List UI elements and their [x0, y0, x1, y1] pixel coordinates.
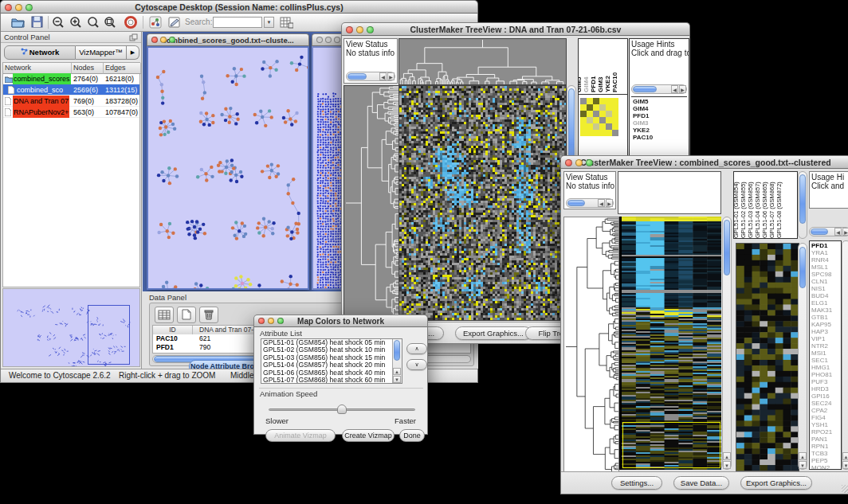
search-dropdown-icon[interactable]: ▼	[264, 17, 274, 28]
minimize-icon[interactable]	[325, 37, 332, 43]
column-header-network[interactable]: Network	[3, 63, 72, 74]
gene-label[interactable]: FIG4	[810, 414, 841, 421]
scroll-left-icon[interactable]: ◀	[671, 85, 678, 93]
minimize-icon[interactable]	[15, 4, 22, 11]
attribute-item[interactable]: GPL51-01 (GSM854) heat shock 05 min	[261, 339, 392, 346]
rotated-column-label[interactable]: GPL51-04 (GSM857)	[754, 182, 761, 238]
export-graphics-button[interactable]: Export Graphics...	[740, 476, 812, 490]
minimize-icon[interactable]	[268, 318, 274, 324]
move-up-button[interactable]: ∧	[406, 343, 427, 354]
gene-label[interactable]: SPC98	[810, 271, 841, 278]
gene-label[interactable]: MSL1	[810, 264, 841, 271]
network-table-row[interactable]: combined_scores2764(0)16218(0)	[3, 73, 139, 84]
rotated-column-label[interactable]: GPL51-01 (GSM854)	[733, 182, 740, 238]
gene-label[interactable]: MSI1	[810, 350, 841, 357]
export-graphics-button[interactable]: Export Graphics...	[455, 326, 532, 340]
gene-label[interactable]: PHO81	[810, 371, 841, 378]
heatmap-vscrollbar[interactable]: ▲ ▼	[722, 217, 732, 470]
gene-label[interactable]: HAP3	[810, 328, 841, 335]
gene-label[interactable]: GPI16	[810, 393, 841, 400]
gene-label[interactable]: NTR2	[810, 342, 841, 350]
gene-label[interactable]: PAN1	[810, 436, 841, 443]
zoom-window-icon[interactable]	[169, 37, 175, 43]
rotated-column-label[interactable]: GPL51-06 (GSM865)	[761, 182, 768, 238]
network-window-1[interactable]: combined_scores_good.txt--cluste...	[147, 33, 309, 290]
open-session-icon[interactable]	[11, 16, 25, 31]
gene-list-vscrollbar[interactable]: ▲ ▼	[842, 240, 848, 470]
minimize-icon[interactable]	[356, 26, 363, 33]
scroll-left-icon[interactable]: ◀	[598, 199, 605, 207]
gene-label[interactable]: HMG1	[810, 364, 841, 371]
rotated-column-label[interactable]: GPL51-03 (GSM856)	[747, 182, 754, 238]
rotated-column-label[interactable]: GIM4	[583, 76, 590, 92]
scrollbar-thumb[interactable]	[394, 340, 400, 361]
import-table-icon[interactable]	[280, 16, 293, 32]
gene-label[interactable]: BUD4	[810, 292, 841, 299]
gene-label[interactable]: MON2	[810, 464, 841, 470]
rotated-column-label[interactable]: GIM3	[597, 76, 604, 92]
scroll-right-icon[interactable]: ▶	[606, 199, 613, 207]
gene-label[interactable]: YSH1	[810, 421, 841, 428]
scroll-down-icon[interactable]: ▼	[799, 461, 807, 469]
close-icon[interactable]	[346, 26, 353, 33]
gene-label[interactable]: GIM5	[631, 98, 687, 105]
gene-label[interactable]: GTB1	[810, 314, 841, 321]
gene-label[interactable]: RNR4	[810, 256, 841, 264]
scroll-up-icon[interactable]: ▲	[393, 368, 401, 375]
gene-label[interactable]: TCB3	[810, 450, 841, 457]
column-header-nodes[interactable]: Nodes	[72, 63, 104, 74]
save-data-button[interactable]: Save Data...	[673, 476, 729, 490]
scroll-right-icon[interactable]: ▶	[842, 228, 848, 236]
scrollbar-thumb[interactable]	[347, 73, 367, 80]
slider-thumb[interactable]	[337, 404, 347, 414]
gene-label[interactable]: SEC24	[810, 400, 841, 407]
scroll-right-icon[interactable]: ▶	[679, 85, 686, 93]
animation-speed-slider[interactable]	[269, 404, 415, 414]
rotated-column-label[interactable]: GPL51-02 (GSM855)	[740, 182, 747, 238]
gene-label[interactable]: PAC10	[631, 134, 687, 141]
gene-label[interactable]: YRA1	[810, 249, 841, 256]
gene-label[interactable]: PFD1	[810, 242, 841, 249]
scroll-down-icon[interactable]: ▼	[842, 461, 848, 469]
column-dendrogram-canvas[interactable]	[398, 38, 567, 85]
close-icon[interactable]	[5, 4, 12, 11]
zoom-vscrollbar[interactable]: ▲ ▼	[798, 243, 807, 470]
attribute-list-vscrollbar[interactable]: ▲ ▼	[392, 339, 402, 383]
settings-button[interactable]: Settings...	[611, 476, 662, 490]
gene-label[interactable]: HRD3	[810, 385, 841, 393]
gene-label[interactable]: KAP95	[810, 321, 841, 328]
search-input[interactable]	[213, 17, 262, 28]
gene-label[interactable]: YKE2	[631, 127, 687, 134]
tab-overflow-button[interactable]: ▶	[127, 45, 139, 60]
network-window-1-titlebar[interactable]: combined_scores_good.txt--cluste...	[147, 33, 309, 46]
view-status-hscrollbar[interactable]: ◀ ▶	[566, 198, 614, 208]
scroll-up-icon[interactable]: ▲	[799, 452, 807, 460]
view-status-hscrollbar[interactable]: ◀ ▶	[346, 72, 395, 81]
gene-label[interactable]: MAK31	[810, 307, 841, 314]
column-header-edges[interactable]: Edges	[104, 63, 141, 74]
help-lifebuoy-icon[interactable]	[124, 16, 137, 32]
close-icon[interactable]	[316, 37, 323, 43]
gene-label[interactable]: PUF3	[810, 378, 841, 385]
rotated-column-label[interactable]: PFD1	[590, 76, 597, 92]
network-table-row[interactable]: RNAPuberNov2+563(0)107847(0)	[3, 107, 139, 118]
gene-label[interactable]: CLN1	[810, 278, 841, 285]
heatmap-canvas[interactable]	[398, 85, 567, 321]
delete-attribute-trash-icon[interactable]	[199, 307, 218, 323]
network-overview-canvas[interactable]	[3, 289, 139, 366]
gene-label[interactable]: SEC1	[810, 357, 841, 364]
attribute-item[interactable]: GPL51-02 (GSM855) heat shock 10 min	[261, 346, 392, 354]
gene-label[interactable]: NIS1	[810, 285, 841, 292]
close-icon[interactable]	[258, 318, 265, 324]
scroll-up-icon[interactable]: ▲	[842, 452, 848, 460]
labels-vscrollbar[interactable]	[798, 171, 807, 239]
tab-network[interactable]: Network	[4, 45, 76, 60]
zoom-window-icon[interactable]	[586, 159, 593, 166]
gene-label[interactable]: VIP1	[810, 335, 841, 342]
attribute-item[interactable]: GPL51-06 (GSM865) heat shock 40 min	[261, 369, 392, 377]
zoom-heatmap-canvas[interactable]	[736, 243, 799, 471]
zoom-selected-icon[interactable]	[87, 16, 100, 32]
rotated-column-label[interactable]: PAC10	[611, 72, 618, 92]
scroll-left-icon[interactable]: ◀	[834, 228, 842, 236]
minimize-icon[interactable]	[160, 37, 167, 43]
